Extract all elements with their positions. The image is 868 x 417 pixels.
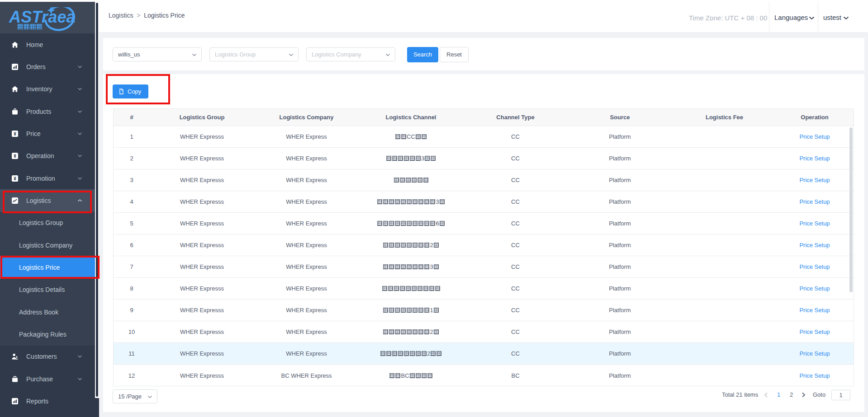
svg-text:¥: ¥: [14, 176, 16, 181]
svg-text:¥: ¥: [14, 154, 16, 159]
svg-text:¥: ¥: [14, 131, 16, 136]
